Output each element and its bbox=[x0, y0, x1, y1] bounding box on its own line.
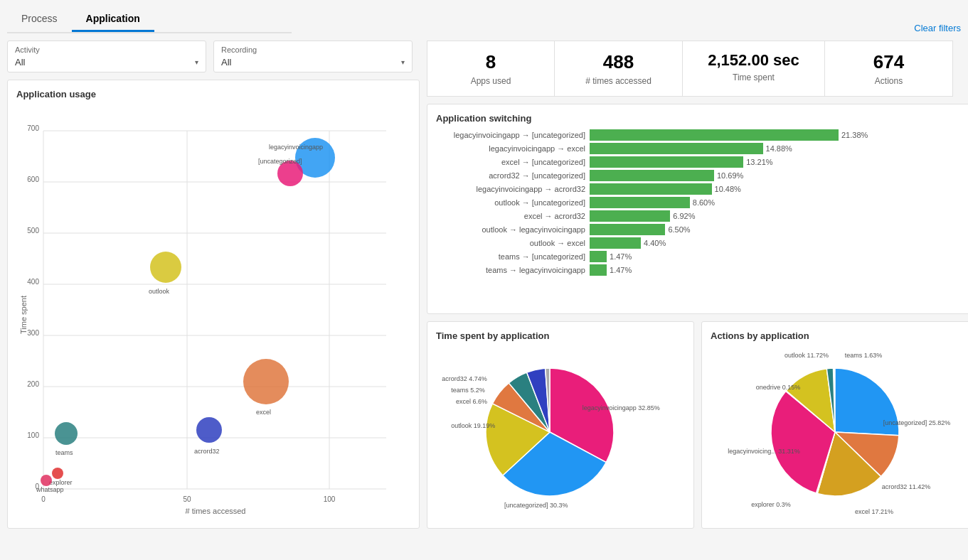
bar-pct: 10.69% bbox=[717, 171, 743, 180]
bar-fill bbox=[590, 143, 763, 154]
svg-text:legacyinvoicing... 31.31%: legacyinvoicing... 31.31% bbox=[728, 448, 800, 455]
main-container: Process Application Clear filters Activi… bbox=[0, 0, 968, 560]
bubble-excel bbox=[243, 359, 289, 404]
bar-label: excel → [uncategorized] bbox=[436, 158, 585, 166]
right-panel: 8 Apps used 488 # times accessed 2,152.0… bbox=[427, 41, 968, 529]
bar-row: legacyinvoicingapp → acrord32 10.48% bbox=[436, 183, 967, 195]
svg-text:legacyinvoicingapp: legacyinvoicingapp bbox=[269, 144, 323, 151]
bar-label: outlook → excel bbox=[436, 239, 585, 247]
svg-text:teams: teams bbox=[55, 449, 73, 456]
bar-pct: 21.38% bbox=[841, 131, 868, 139]
svg-text:50: 50 bbox=[183, 495, 191, 503]
application-usage-chart: Application usage Time spent 0 100 200 3… bbox=[7, 80, 420, 529]
bubble-whatsapp bbox=[41, 475, 52, 486]
bar-row: excel → acrord32 6.92% bbox=[436, 210, 967, 222]
svg-text:teams 5.2%: teams 5.2% bbox=[451, 387, 485, 394]
bar-label: legacyinvoicingapp → acrord32 bbox=[436, 185, 585, 193]
bar-label: teams → [uncategorized] bbox=[436, 252, 585, 261]
actions-title: Actions by application bbox=[711, 330, 967, 341]
bar-fill bbox=[590, 197, 690, 208]
bar-row: legacyinvoicingapp → excel 14.88% bbox=[436, 143, 967, 154]
bar-fill bbox=[590, 183, 712, 195]
time-spent-pie: legacyinvoicingapp 32.85%[uncategorized]… bbox=[436, 347, 685, 517]
left-panel: Activity All ▾ Recording All ▾ Applicati… bbox=[7, 41, 420, 529]
chart-title: Application usage bbox=[16, 89, 410, 99]
svg-text:Time spent: Time spent bbox=[19, 296, 28, 334]
bubble-explorer bbox=[52, 468, 63, 479]
stat-apps-used: 8 Apps used bbox=[427, 41, 555, 97]
svg-text:100: 100 bbox=[324, 495, 336, 503]
bar-pct: 6.92% bbox=[673, 212, 695, 220]
bar-label: teams → legacyinvoicingapp bbox=[436, 266, 585, 274]
tab-application[interactable]: Application bbox=[72, 7, 154, 32]
bar-pct: 6.50% bbox=[668, 225, 690, 234]
content-area: Activity All ▾ Recording All ▾ Applicati… bbox=[7, 41, 961, 529]
svg-text:500: 500 bbox=[27, 227, 39, 235]
tabs-row: Process Application Clear filters bbox=[7, 7, 961, 33]
bar-fill bbox=[590, 129, 839, 141]
svg-text:excel 6.6%: excel 6.6% bbox=[456, 398, 487, 405]
bubble-outlook bbox=[150, 252, 181, 283]
application-switching-chart: Application switching legacyinvoicingapp… bbox=[427, 104, 968, 314]
bar-fill bbox=[590, 170, 714, 181]
bar-row: outlook → legacyinvoicingapp 6.50% bbox=[436, 224, 967, 235]
svg-text:acrord32 11.42%: acrord32 11.42% bbox=[882, 483, 931, 490]
svg-text:explorer 0.3%: explorer 0.3% bbox=[751, 501, 791, 508]
bar-label: outlook → [uncategorized] bbox=[436, 198, 585, 207]
bar-pct: 1.47% bbox=[610, 266, 632, 274]
bar-label: excel → acrord32 bbox=[436, 212, 585, 220]
bar-fill bbox=[590, 237, 641, 249]
svg-text:700: 700 bbox=[27, 124, 39, 132]
svg-text:100: 100 bbox=[27, 431, 39, 439]
svg-text:excel 17.21%: excel 17.21% bbox=[855, 508, 893, 515]
svg-text:# times accessed: # times accessed bbox=[186, 507, 246, 515]
tab-process[interactable]: Process bbox=[7, 7, 72, 32]
svg-text:300: 300 bbox=[27, 329, 39, 337]
chevron-down-icon: ▾ bbox=[195, 58, 198, 66]
filters-row: Activity All ▾ Recording All ▾ bbox=[7, 41, 420, 72]
bar-row: acrord32 → [uncategorized] 10.69% bbox=[436, 170, 967, 181]
time-spent-pie-card: Time spent by application legacyinvoicin… bbox=[427, 321, 694, 529]
stat-time-spent: 2,152.00 sec Time spent bbox=[683, 41, 825, 97]
bar-pct: 4.40% bbox=[644, 239, 666, 247]
svg-text:legacyinvoicingapp 32.85%: legacyinvoicingapp 32.85% bbox=[583, 404, 660, 411]
bar-pct: 10.48% bbox=[715, 185, 741, 193]
scatter-plot: Time spent 0 100 200 300 400 500 600 700 bbox=[16, 105, 412, 517]
svg-text:[uncategorized]: [uncategorized] bbox=[258, 158, 302, 165]
svg-text:acrord32: acrord32 bbox=[194, 448, 220, 455]
bar-fill bbox=[590, 224, 665, 235]
bar-fill bbox=[590, 210, 670, 222]
bar-row: teams → legacyinvoicingapp 1.47% bbox=[436, 264, 967, 276]
actions-pie-card: Actions by application [uncategorized] 2… bbox=[701, 321, 968, 529]
svg-text:400: 400 bbox=[27, 278, 39, 286]
switching-chart-title: Application switching bbox=[436, 113, 967, 124]
recording-filter[interactable]: Recording All ▾ bbox=[213, 41, 413, 72]
bar-row: excel → [uncategorized] 13.21% bbox=[436, 156, 967, 168]
bar-row: outlook → [uncategorized] 8.60% bbox=[436, 197, 967, 208]
svg-text:200: 200 bbox=[27, 380, 39, 388]
stat-times-accessed: 488 # times accessed bbox=[555, 41, 683, 97]
svg-text:outlook: outlook bbox=[149, 288, 170, 295]
svg-text:0: 0 bbox=[41, 495, 46, 503]
svg-text:outlook 19.19%: outlook 19.19% bbox=[451, 422, 495, 429]
svg-text:[uncategorized] 25.82%: [uncategorized] 25.82% bbox=[883, 419, 951, 426]
svg-text:explorer: explorer bbox=[49, 479, 73, 486]
bar-pct: 8.60% bbox=[693, 198, 715, 207]
actions-pie: [uncategorized] 25.82%acrord32 11.42%exc… bbox=[711, 347, 967, 517]
switching-bars-container: legacyinvoicingapp → [uncategorized] 21.… bbox=[436, 129, 967, 276]
svg-text:whatsapp: whatsapp bbox=[36, 486, 64, 493]
activity-filter[interactable]: Activity All ▾ bbox=[7, 41, 206, 72]
bar-pct: 14.88% bbox=[766, 144, 792, 153]
svg-text:600: 600 bbox=[27, 176, 39, 183]
bar-fill bbox=[590, 156, 743, 168]
svg-text:acrord32 4.74%: acrord32 4.74% bbox=[442, 375, 487, 382]
chevron-down-icon: ▾ bbox=[401, 58, 405, 66]
svg-text:excel: excel bbox=[256, 409, 271, 416]
bubble-acrord32 bbox=[196, 417, 222, 443]
svg-text:onedrive 0.15%: onedrive 0.15% bbox=[756, 384, 801, 391]
bar-fill bbox=[590, 251, 607, 262]
bar-pct: 1.47% bbox=[610, 252, 632, 261]
bar-label: outlook → legacyinvoicingapp bbox=[436, 225, 585, 234]
clear-filters-button[interactable]: Clear filters bbox=[914, 23, 961, 33]
bottom-charts: Time spent by application legacyinvoicin… bbox=[427, 321, 968, 529]
